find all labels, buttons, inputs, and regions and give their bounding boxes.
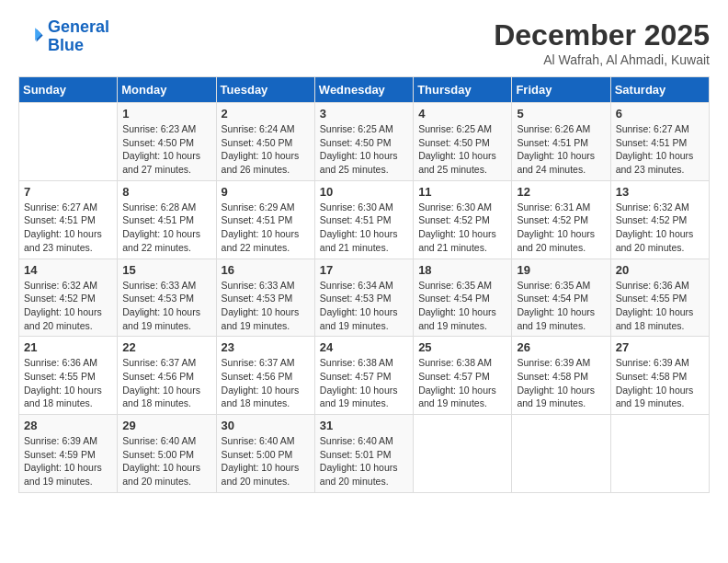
calendar-cell: 31Sunrise: 6:40 AMSunset: 5:01 PMDayligh… bbox=[314, 415, 413, 493]
day-info: Sunrise: 6:37 AMSunset: 4:56 PMDaylight:… bbox=[122, 356, 210, 410]
day-info: Sunrise: 6:30 AMSunset: 4:51 PMDaylight:… bbox=[320, 201, 408, 255]
week-row-1: 1Sunrise: 6:23 AMSunset: 4:50 PMDaylight… bbox=[19, 103, 710, 181]
calendar-cell: 27Sunrise: 6:39 AMSunset: 4:58 PMDayligh… bbox=[610, 337, 709, 415]
header-cell-tuesday: Tuesday bbox=[216, 77, 314, 103]
calendar-cell: 5Sunrise: 6:26 AMSunset: 4:51 PMDaylight… bbox=[512, 103, 610, 181]
day-number: 24 bbox=[320, 340, 408, 354]
day-info: Sunrise: 6:31 AMSunset: 4:52 PMDaylight:… bbox=[517, 201, 605, 255]
calendar-cell: 9Sunrise: 6:29 AMSunset: 4:51 PMDaylight… bbox=[216, 180, 314, 259]
calendar-table: SundayMondayTuesdayWednesdayThursdayFrid… bbox=[18, 76, 710, 493]
day-number: 7 bbox=[24, 185, 112, 199]
calendar-cell: 30Sunrise: 6:40 AMSunset: 5:00 PMDayligh… bbox=[216, 415, 314, 493]
day-number: 11 bbox=[418, 185, 506, 199]
calendar-cell: 18Sunrise: 6:35 AMSunset: 4:54 PMDayligh… bbox=[414, 259, 512, 337]
logo-line1: General bbox=[48, 17, 109, 36]
calendar-cell: 11Sunrise: 6:30 AMSunset: 4:52 PMDayligh… bbox=[414, 180, 512, 259]
calendar-cell: 10Sunrise: 6:30 AMSunset: 4:51 PMDayligh… bbox=[314, 180, 413, 259]
header-cell-friday: Friday bbox=[512, 77, 610, 103]
day-info: Sunrise: 6:35 AMSunset: 4:54 PMDaylight:… bbox=[418, 279, 506, 333]
calendar-cell: 12Sunrise: 6:31 AMSunset: 4:52 PMDayligh… bbox=[512, 180, 610, 259]
day-number: 13 bbox=[616, 185, 704, 199]
calendar-cell: 17Sunrise: 6:34 AMSunset: 4:53 PMDayligh… bbox=[314, 259, 413, 337]
day-number: 27 bbox=[616, 340, 704, 354]
header-cell-wednesday: Wednesday bbox=[314, 77, 413, 103]
calendar-cell: 4Sunrise: 6:25 AMSunset: 4:50 PMDaylight… bbox=[414, 103, 512, 181]
day-number: 23 bbox=[222, 340, 310, 354]
day-info: Sunrise: 6:39 AMSunset: 4:58 PMDaylight:… bbox=[616, 356, 704, 410]
calendar-cell: 8Sunrise: 6:28 AMSunset: 4:51 PMDaylight… bbox=[118, 180, 216, 259]
day-info: Sunrise: 6:29 AMSunset: 4:51 PMDaylight:… bbox=[222, 201, 310, 255]
calendar-cell: 19Sunrise: 6:35 AMSunset: 4:54 PMDayligh… bbox=[512, 259, 610, 337]
day-number: 22 bbox=[122, 340, 210, 354]
day-number: 16 bbox=[222, 263, 310, 277]
day-number: 5 bbox=[517, 107, 605, 121]
week-row-3: 14Sunrise: 6:32 AMSunset: 4:52 PMDayligh… bbox=[19, 259, 710, 337]
calendar-cell: 23Sunrise: 6:37 AMSunset: 4:56 PMDayligh… bbox=[216, 337, 314, 415]
day-info: Sunrise: 6:26 AMSunset: 4:51 PMDaylight:… bbox=[517, 122, 605, 177]
day-number: 9 bbox=[222, 185, 310, 199]
calendar-header: SundayMondayTuesdayWednesdayThursdayFrid… bbox=[19, 77, 710, 103]
day-info: Sunrise: 6:40 AMSunset: 5:00 PMDaylight:… bbox=[222, 434, 310, 488]
calendar-cell: 25Sunrise: 6:38 AMSunset: 4:57 PMDayligh… bbox=[414, 337, 512, 415]
logo: General Blue bbox=[18, 18, 109, 55]
calendar-cell: 29Sunrise: 6:40 AMSunset: 5:00 PMDayligh… bbox=[118, 415, 216, 493]
day-info: Sunrise: 6:24 AMSunset: 4:50 PMDaylight:… bbox=[222, 122, 310, 177]
calendar-cell bbox=[414, 415, 512, 493]
day-number: 15 bbox=[122, 263, 210, 277]
day-info: Sunrise: 6:30 AMSunset: 4:52 PMDaylight:… bbox=[418, 201, 506, 255]
day-number: 1 bbox=[122, 107, 210, 121]
location-subtitle: Al Wafrah, Al Ahmadi, Kuwait bbox=[494, 52, 710, 67]
day-info: Sunrise: 6:28 AMSunset: 4:51 PMDaylight:… bbox=[122, 201, 210, 255]
day-info: Sunrise: 6:32 AMSunset: 4:52 PMDaylight:… bbox=[24, 279, 112, 333]
day-number: 17 bbox=[320, 263, 408, 277]
header-cell-thursday: Thursday bbox=[414, 77, 512, 103]
day-info: Sunrise: 6:35 AMSunset: 4:54 PMDaylight:… bbox=[517, 279, 605, 333]
day-info: Sunrise: 6:34 AMSunset: 4:53 PMDaylight:… bbox=[320, 279, 408, 333]
calendar-cell: 7Sunrise: 6:27 AMSunset: 4:51 PMDaylight… bbox=[19, 180, 118, 259]
calendar-cell: 28Sunrise: 6:39 AMSunset: 4:59 PMDayligh… bbox=[19, 415, 118, 493]
day-number: 2 bbox=[222, 107, 310, 121]
calendar-body: 1Sunrise: 6:23 AMSunset: 4:50 PMDaylight… bbox=[19, 103, 710, 493]
calendar-cell: 15Sunrise: 6:33 AMSunset: 4:53 PMDayligh… bbox=[118, 259, 216, 337]
day-info: Sunrise: 6:33 AMSunset: 4:53 PMDaylight:… bbox=[222, 279, 310, 333]
calendar-cell: 24Sunrise: 6:38 AMSunset: 4:57 PMDayligh… bbox=[314, 337, 413, 415]
day-number: 29 bbox=[122, 419, 210, 432]
page-header: General Blue December 2025 Al Wafrah, Al… bbox=[18, 18, 710, 67]
header-cell-sunday: Sunday bbox=[19, 77, 118, 103]
day-number: 4 bbox=[418, 107, 506, 121]
day-info: Sunrise: 6:38 AMSunset: 4:57 PMDaylight:… bbox=[320, 356, 408, 410]
day-number: 18 bbox=[418, 263, 506, 277]
calendar-cell: 21Sunrise: 6:36 AMSunset: 4:55 PMDayligh… bbox=[19, 337, 118, 415]
day-info: Sunrise: 6:39 AMSunset: 4:59 PMDaylight:… bbox=[24, 434, 112, 488]
month-title: December 2025 bbox=[494, 18, 710, 52]
day-info: Sunrise: 6:25 AMSunset: 4:50 PMDaylight:… bbox=[320, 122, 408, 177]
calendar-cell: 26Sunrise: 6:39 AMSunset: 4:58 PMDayligh… bbox=[512, 337, 610, 415]
day-number: 28 bbox=[24, 419, 112, 432]
day-number: 30 bbox=[222, 419, 310, 432]
calendar-cell: 14Sunrise: 6:32 AMSunset: 4:52 PMDayligh… bbox=[19, 259, 118, 337]
day-info: Sunrise: 6:40 AMSunset: 5:01 PMDaylight:… bbox=[320, 434, 408, 488]
calendar-cell: 16Sunrise: 6:33 AMSunset: 4:53 PMDayligh… bbox=[216, 259, 314, 337]
day-info: Sunrise: 6:40 AMSunset: 5:00 PMDaylight:… bbox=[122, 434, 210, 488]
day-info: Sunrise: 6:36 AMSunset: 4:55 PMDaylight:… bbox=[24, 356, 112, 410]
title-block: December 2025 Al Wafrah, Al Ahmadi, Kuwa… bbox=[494, 18, 710, 67]
calendar-cell bbox=[19, 103, 118, 181]
day-number: 14 bbox=[24, 263, 112, 277]
calendar-cell: 22Sunrise: 6:37 AMSunset: 4:56 PMDayligh… bbox=[118, 337, 216, 415]
calendar-cell bbox=[610, 415, 709, 493]
day-info: Sunrise: 6:36 AMSunset: 4:55 PMDaylight:… bbox=[616, 279, 704, 333]
day-info: Sunrise: 6:32 AMSunset: 4:52 PMDaylight:… bbox=[616, 201, 704, 255]
week-row-4: 21Sunrise: 6:36 AMSunset: 4:55 PMDayligh… bbox=[19, 337, 710, 415]
day-number: 31 bbox=[320, 419, 408, 432]
day-info: Sunrise: 6:38 AMSunset: 4:57 PMDaylight:… bbox=[418, 356, 506, 410]
calendar-cell: 20Sunrise: 6:36 AMSunset: 4:55 PMDayligh… bbox=[610, 259, 709, 337]
day-number: 19 bbox=[517, 263, 605, 277]
day-number: 25 bbox=[418, 340, 506, 354]
day-info: Sunrise: 6:39 AMSunset: 4:58 PMDaylight:… bbox=[517, 356, 605, 410]
calendar-cell bbox=[512, 415, 610, 493]
day-number: 20 bbox=[616, 263, 704, 277]
day-info: Sunrise: 6:27 AMSunset: 4:51 PMDaylight:… bbox=[616, 122, 704, 177]
day-info: Sunrise: 6:23 AMSunset: 4:50 PMDaylight:… bbox=[122, 122, 210, 177]
calendar-cell: 3Sunrise: 6:25 AMSunset: 4:50 PMDaylight… bbox=[314, 103, 413, 181]
week-row-5: 28Sunrise: 6:39 AMSunset: 4:59 PMDayligh… bbox=[19, 415, 710, 493]
